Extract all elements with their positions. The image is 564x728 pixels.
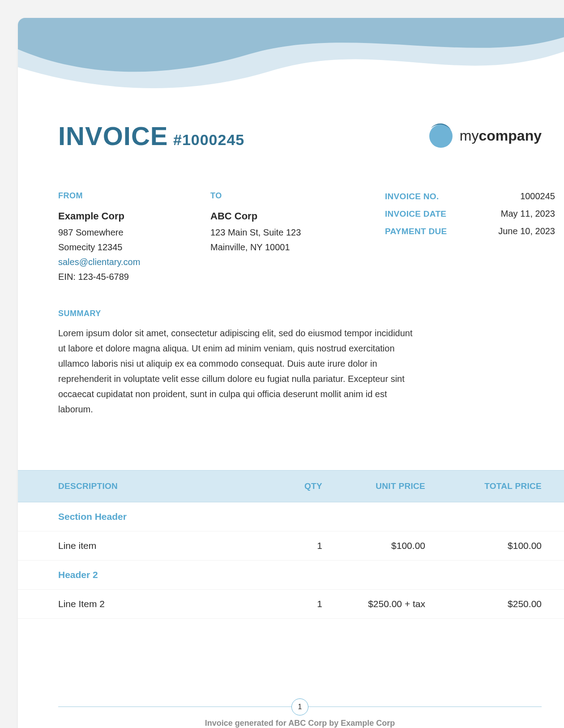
cell-qty [278,511,322,522]
to-line2: Mainville, NY 10001 [210,242,349,253]
from-extra: EIN: 123-45-6789 [58,272,192,282]
to-label: TO [210,191,349,201]
meta-invoice-no-label: INVOICE NO. [385,192,439,201]
meta-invoice-date-label: INVOICE DATE [385,209,446,219]
page-number: 1 [291,698,308,715]
from-name: Example Corp [58,210,192,222]
cell-qty [278,570,322,580]
invoice-title: INVOICE #1000245 [58,121,244,151]
table-header: DESCRIPTION QTY UNIT PRICE TOTAL PRICE [18,470,564,502]
footer-note: Invoice generated for ABC Corp by Exampl… [18,719,564,728]
table-section-header: Header 2 [18,561,564,590]
cell-total [425,570,542,580]
summary-text: Lorem ipsum dolor sit amet, consectetur … [58,325,416,417]
meta-invoice-date: May 11, 2023 [501,209,555,219]
cell-description: Line item [58,540,278,551]
summary-block: SUMMARY Lorem ipsum dolor sit amet, cons… [58,309,542,417]
to-line1: 123 Main St, Suite 123 [210,227,349,238]
cell-total [425,511,542,522]
from-line1: 987 Somewhere [58,227,192,238]
meta-payment-due-label: PAYMENT DUE [385,227,447,236]
invoice-meta: INVOICE NO. 1000245 INVOICE DATE May 11,… [385,191,555,287]
invoice-word: INVOICE [58,121,168,150]
cell-total: $250.00 [425,599,542,609]
globe-icon [427,122,453,150]
meta-payment-due: June 10, 2023 [498,226,555,236]
cell-description: Header 2 [58,570,278,580]
line-items-table: DESCRIPTION QTY UNIT PRICE TOTAL PRICE S… [18,470,564,619]
col-unit-price: UNIT PRICE [322,481,425,491]
invoice-number: #1000245 [173,131,244,148]
summary-label: SUMMARY [58,309,542,318]
to-block: TO ABC Corp 123 Main St, Suite 123 Mainv… [210,191,349,287]
cell-total: $100.00 [425,540,542,551]
page-footer: 1 Invoice generated for ABC Corp by Exam… [18,707,564,728]
footer-rule: 1 [58,707,542,707]
invoice-page: INVOICE #1000245 mycompany FROM Example … [18,18,564,728]
title-row: INVOICE #1000245 mycompany [58,121,542,151]
from-email[interactable]: sales@clientary.com [58,257,192,267]
cell-unit: $100.00 [322,540,425,551]
cell-unit: $250.00 + tax [322,599,425,609]
from-label: FROM [58,191,192,201]
cell-qty: 1 [278,540,322,551]
col-qty: QTY [278,481,322,491]
col-total-price: TOTAL PRICE [425,481,542,491]
cell-qty: 1 [278,599,322,609]
table-row: Line item1$100.00$100.00 [18,531,564,561]
meta-invoice-no: 1000245 [520,191,555,201]
from-line2: Somecity 12345 [58,242,192,253]
cell-description: Section Header [58,511,278,522]
to-name: ABC Corp [210,210,349,222]
from-block: FROM Example Corp 987 Somewhere Somecity… [58,191,192,287]
logo-text: mycompany [460,128,542,144]
col-description: DESCRIPTION [58,481,278,491]
table-row: Line Item 21$250.00 + tax$250.00 [18,590,564,619]
cell-description: Line Item 2 [58,599,278,609]
cell-unit [322,511,425,522]
company-logo: mycompany [427,122,542,150]
cell-unit [322,570,425,580]
table-section-header: Section Header [18,502,564,531]
meta-grid: FROM Example Corp 987 Somewhere Somecity… [58,191,542,287]
